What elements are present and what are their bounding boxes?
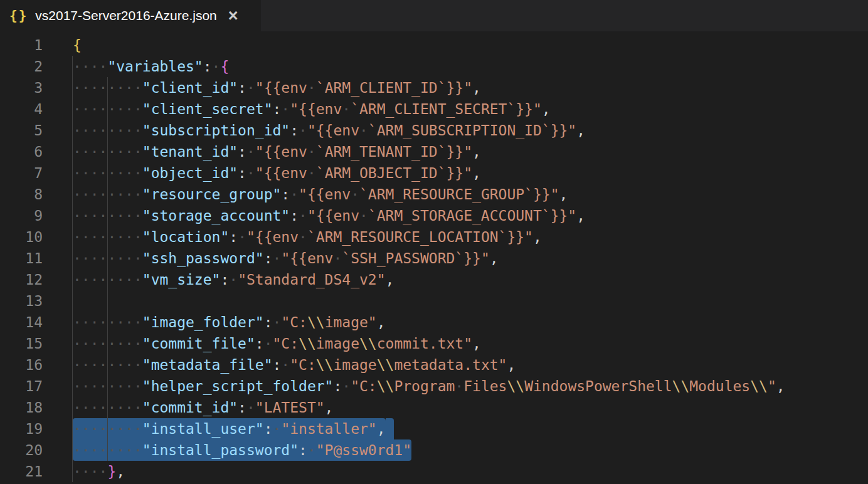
token-esc: \\ <box>299 335 316 352</box>
code-line[interactable]: 18········"commit_id":·"LATEST", <box>0 397 868 418</box>
tab-vs2017-server2016-azure-json[interactable]: {} vs2017-Server2016-Azure.json × <box>0 0 261 31</box>
line-number[interactable]: 7 <box>0 162 43 184</box>
line-number[interactable]: 8 <box>0 184 43 205</box>
line-number[interactable]: 12 <box>0 269 43 290</box>
token-esc: \\ <box>307 314 325 330</box>
line-number[interactable]: 21 <box>0 461 43 482</box>
whitespace-dots: · <box>342 378 351 394</box>
line-number[interactable]: 10 <box>0 226 43 248</box>
token-str: `ARM_SUBSCRIPTION_ID`}}" <box>368 122 576 139</box>
token-str: WindowsPowerShell <box>524 378 672 394</box>
token-str: "{{env <box>290 101 342 117</box>
code-line[interactable]: 1{ <box>0 34 868 56</box>
token-str: "{{env <box>246 229 299 245</box>
whitespace-dots: · <box>281 101 290 117</box>
token-p: : <box>220 271 229 288</box>
code-lines: 1{2····"variables":·{3········"client_id… <box>0 34 868 482</box>
token-p: , <box>472 144 481 160</box>
token-p: , <box>377 314 386 330</box>
code-line[interactable]: 21····}, <box>0 461 868 482</box>
token-str: Files <box>463 378 507 394</box>
line-number[interactable]: 16 <box>0 354 43 376</box>
token-p: , <box>472 80 481 96</box>
token-p: : <box>299 442 307 458</box>
whitespace-dots: · <box>238 229 246 245</box>
whitespace-dots: · <box>307 144 316 160</box>
code-line[interactable]: 6········"tenant_id":·"{{env·`ARM_TENANT… <box>0 141 868 162</box>
line-number[interactable]: 6 <box>0 141 43 162</box>
token-key: "resource_group" <box>142 186 282 203</box>
code-line[interactable]: 3········"client_id":·"{{env·`ARM_CLIENT… <box>0 77 868 98</box>
whitespace-dots: ········ <box>73 250 142 266</box>
code-line[interactable]: 9········"storage_account":·"{{env·`ARM_… <box>0 205 868 226</box>
line-number[interactable]: 2 <box>0 56 43 77</box>
code-line-text: ········"helper_script_folder":·"C:\\Pro… <box>73 376 785 397</box>
code-line[interactable]: 12········"vm_size":·"Standard_DS4_v2", <box>0 269 868 290</box>
code-line[interactable]: 2····"variables":·{ <box>0 56 868 77</box>
code-line[interactable]: 14········"image_folder":·"C:\\image", <box>0 312 868 333</box>
whitespace-dots: · <box>246 399 255 416</box>
token-str: `SSH_PASSWORD`}}" <box>342 250 489 266</box>
token-key: "image_folder" <box>142 314 264 330</box>
line-number[interactable]: 19 <box>0 418 43 439</box>
line-number[interactable]: 3 <box>0 77 43 98</box>
line-number[interactable]: 9 <box>0 205 43 226</box>
whitespace-dots: ········ <box>73 229 142 245</box>
code-line[interactable]: 16········"metadata_file":·"C:\\image\\m… <box>0 354 868 376</box>
whitespace-dots: · <box>299 229 307 245</box>
token-b1: { <box>73 37 82 53</box>
whitespace-dots: · <box>264 335 273 352</box>
whitespace-dots: · <box>307 442 316 458</box>
token-p: , <box>325 399 334 416</box>
code-line[interactable]: 4········"client_secret":·"{{env·`ARM_CL… <box>0 98 868 120</box>
token-p: , <box>377 421 386 437</box>
selection-highlight: ········"install_password":·"P@ssw0rd1" <box>73 439 411 461</box>
json-file-icon: {} <box>9 8 28 23</box>
whitespace-dots: · <box>273 250 282 266</box>
code-line-text: ········"metadata_file":·"C:\\image\\met… <box>73 354 516 376</box>
line-number[interactable]: 17 <box>0 376 43 397</box>
whitespace-dots: · <box>299 208 307 224</box>
code-line[interactable]: 15········"commit_file":·"C:\\image\\com… <box>0 333 868 354</box>
code-line[interactable]: 13 <box>0 290 868 312</box>
code-editor[interactable]: 1{2····"variables":·{3········"client_id… <box>0 31 868 482</box>
whitespace-dots: · <box>290 186 299 203</box>
code-line[interactable]: 17········"helper_script_folder":·"C:\\P… <box>0 376 868 397</box>
line-number[interactable]: 4 <box>0 98 43 120</box>
code-line[interactable]: 5········"subscription_id":·"{{env·`ARM_… <box>0 120 868 141</box>
token-str: image" <box>325 314 377 330</box>
code-line-text: ········"client_secret":·"{{env·`ARM_CLI… <box>73 98 551 120</box>
whitespace-dots: ········ <box>73 271 142 288</box>
code-line[interactable]: 10········"location":·"{{env·`ARM_RESOUR… <box>0 226 868 248</box>
line-number[interactable]: 15 <box>0 333 43 354</box>
code-line-text: ········"tenant_id":·"{{env·`ARM_TENANT_… <box>73 141 481 162</box>
token-key: "install_password" <box>142 442 299 458</box>
code-line[interactable]: 20········"install_password":·"P@ssw0rd1… <box>0 439 868 461</box>
whitespace-dots: · <box>333 250 342 266</box>
line-number[interactable]: 1 <box>0 34 43 56</box>
code-line[interactable]: 8········"resource_group":·"{{env·`ARM_R… <box>0 184 868 205</box>
line-number[interactable]: 20 <box>0 439 43 461</box>
whitespace-dots: · <box>307 80 316 96</box>
tab-close-icon[interactable]: × <box>228 9 238 22</box>
line-number[interactable]: 18 <box>0 397 43 418</box>
code-line[interactable]: 7········"object_id":·"{{env·`ARM_OBJECT… <box>0 162 868 184</box>
code-line[interactable]: 19········"install_user":·"installer", <box>0 418 868 439</box>
whitespace-dots: · <box>273 314 282 330</box>
code-line[interactable]: 11········"ssh_password":·"{{env·`SSH_PA… <box>0 248 868 269</box>
code-line-text: ········"client_id":·"{{env·`ARM_CLIENT_… <box>73 77 481 98</box>
line-number[interactable]: 13 <box>0 290 43 312</box>
line-number[interactable]: 5 <box>0 120 43 141</box>
token-esc: \\ <box>750 378 768 394</box>
code-line-text: ········"commit_file":·"C:\\image\\commi… <box>73 333 481 354</box>
whitespace-dots: ········ <box>73 80 142 96</box>
whitespace-dots: ········ <box>73 335 142 352</box>
token-str: image <box>316 335 359 352</box>
token-str: "{{env <box>281 250 333 266</box>
line-number[interactable]: 11 <box>0 248 43 269</box>
token-key: "commit_id" <box>142 399 238 416</box>
whitespace-dots: · <box>246 165 255 181</box>
token-p: , <box>490 250 499 266</box>
line-number[interactable]: 14 <box>0 312 43 333</box>
token-p: : <box>264 250 273 266</box>
